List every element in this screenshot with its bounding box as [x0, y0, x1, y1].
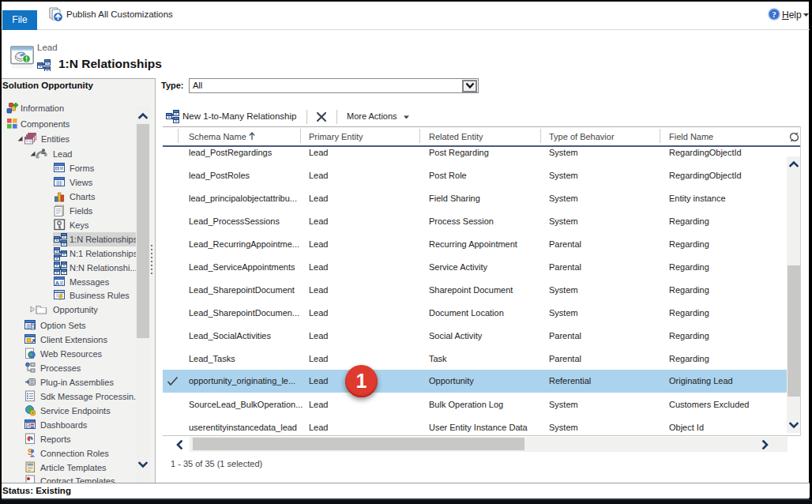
svg-text:?: ? — [772, 9, 776, 19]
svg-text:A: A — [55, 280, 60, 287]
